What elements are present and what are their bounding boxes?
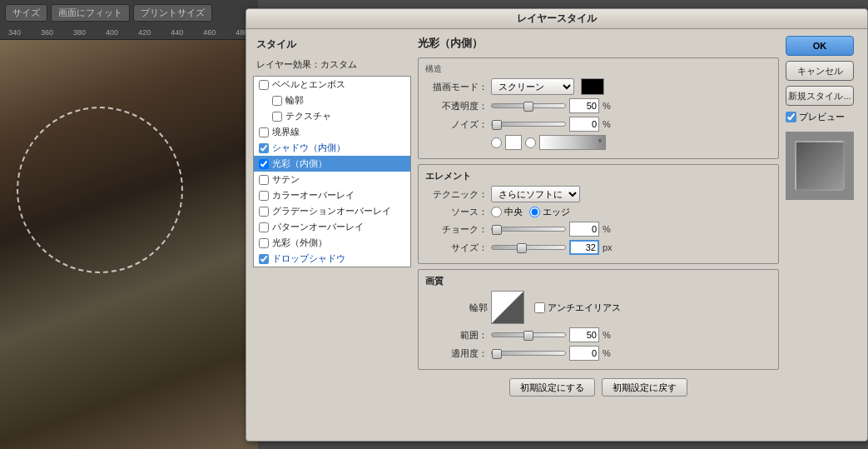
style-item-color-overlay[interactable]: カラーオーバーレイ [254, 187, 410, 203]
source-label: ソース： [425, 206, 488, 218]
restore-button[interactable]: 初期設定に戻す [602, 378, 687, 397]
outer-glow-checkbox[interactable] [259, 238, 269, 248]
style-item-contour[interactable]: 輪郭 [254, 92, 410, 108]
preview-box [786, 132, 854, 200]
drop-shadow-checkbox[interactable] [259, 254, 269, 264]
choke-slider[interactable] [491, 227, 566, 232]
jitter-label: 適用度： [425, 347, 488, 360]
jitter-slider[interactable] [491, 351, 566, 356]
source-radio-group: 中央 エッジ [491, 206, 570, 218]
anti-alias-group: アンチエイリアス [534, 302, 621, 314]
source-center-item[interactable]: 中央 [491, 206, 523, 218]
preview-checkbox[interactable] [786, 112, 796, 122]
opacity-row: 不透明度： % [425, 98, 771, 113]
bevel-checkbox[interactable] [259, 80, 269, 90]
style-item-bevel[interactable]: ベベルとエンボス [254, 77, 410, 92]
size-slider[interactable] [491, 245, 566, 250]
style-item-inner-shadow[interactable]: シャドウ（内側） [254, 140, 410, 156]
blend-mode-select[interactable]: スクリーン 通常 乗算 [491, 78, 574, 95]
opacity-thumb[interactable] [523, 102, 533, 112]
opacity-slider[interactable] [491, 103, 566, 108]
contour-row: 輪郭 アンチエイリアス [425, 291, 771, 324]
size-label: サイズ： [425, 242, 488, 254]
noise-slider[interactable] [491, 122, 566, 127]
elements-section: エレメント テクニック： さらにソフトに ソフト 精確 ソース： [418, 164, 779, 264]
technique-row: テクニック： さらにソフトに ソフト 精確 [425, 186, 771, 202]
noise-row: ノイズ： % [425, 117, 771, 132]
choke-input[interactable] [569, 222, 599, 237]
gradient-overlay-checkbox[interactable] [259, 207, 269, 217]
inner-glow-checkbox[interactable] [259, 159, 269, 169]
jitter-thumb[interactable] [492, 349, 502, 359]
source-center-radio[interactable] [491, 207, 502, 217]
ok-button[interactable]: OK [786, 36, 854, 56]
anti-alias-item[interactable]: アンチエイリアス [534, 302, 621, 314]
size-unit: px [603, 242, 613, 252]
stroke-checkbox[interactable] [259, 127, 269, 137]
preview-row: プレビュー [786, 111, 861, 123]
inner-shadow-checkbox[interactable] [259, 143, 269, 153]
style-item-stroke[interactable]: 境界線 [254, 124, 410, 140]
range-input[interactable] [569, 327, 599, 342]
ps-toolbar: サイズ 画面にフィット プリントサイズ [0, 0, 258, 25]
satin-checkbox[interactable] [259, 175, 269, 185]
bottom-buttons: 初期設定にする 初期設定に戻す [418, 378, 779, 397]
size-input[interactable] [569, 240, 599, 255]
new-style-button[interactable]: 新規スタイル... [786, 86, 854, 106]
noise-thumb[interactable] [492, 120, 502, 130]
jitter-input[interactable] [569, 346, 599, 361]
quality-title: 画質 [425, 275, 771, 287]
gradient-color-btn[interactable]: ▼ [539, 135, 606, 150]
main-section-title: 光彩（内側） [418, 36, 779, 51]
pattern-overlay-checkbox[interactable] [259, 222, 269, 232]
range-slider[interactable] [491, 332, 566, 337]
selection-circle [17, 107, 183, 273]
cancel-button[interactable]: キャンセル [786, 61, 854, 81]
reset-button[interactable]: 初期設定にする [509, 378, 595, 397]
color-radio-solid[interactable] [491, 137, 502, 148]
color-row: ▼ [425, 135, 771, 150]
color-overlay-checkbox[interactable] [259, 191, 269, 201]
dialog-body: スタイル レイヤー効果：カスタム ベベルとエンボス 輪郭 テクスチャ [246, 29, 867, 441]
structure-section: 構造 描画モード： スクリーン 通常 乗算 不透明度： [418, 57, 779, 159]
source-edge-item[interactable]: エッジ [529, 206, 570, 218]
range-label: 範囲： [425, 329, 488, 342]
style-item-drop-shadow[interactable]: ドロップシャドウ [254, 251, 410, 267]
layer-effect-label: レイヤー効果：カスタム [253, 57, 411, 72]
style-item-pattern-overlay[interactable]: パターンオーバーレイ [254, 219, 410, 235]
blend-mode-label: 描画モード： [425, 81, 488, 93]
color-radio-gradient[interactable] [525, 137, 536, 148]
style-item-outer-glow[interactable]: 光彩（外側） [254, 235, 410, 251]
settings-panel: 光彩（内側） 構造 描画モード： スクリーン 通常 乗算 不透明度： [418, 36, 779, 434]
style-item-inner-glow[interactable]: 光彩（内側） [254, 156, 410, 172]
fit-button[interactable]: 画面にフィット [51, 4, 130, 22]
size-thumb[interactable] [517, 243, 527, 253]
choke-thumb[interactable] [492, 225, 502, 235]
anti-alias-checkbox[interactable] [534, 302, 545, 313]
noise-input[interactable] [569, 117, 599, 132]
style-item-texture[interactable]: テクスチャ [254, 108, 410, 124]
range-unit: % [603, 330, 611, 340]
size-button[interactable]: サイズ [5, 4, 47, 22]
solid-color-swatch[interactable] [505, 135, 522, 150]
opacity-unit: % [603, 101, 611, 111]
style-item-satin[interactable]: サテン [254, 172, 410, 187]
blend-color-swatch[interactable] [581, 78, 604, 95]
print-button[interactable]: プリントサイズ [133, 4, 212, 22]
contour-sub-checkbox[interactable] [272, 96, 282, 106]
range-row: 範囲： % [425, 327, 771, 342]
jitter-unit: % [603, 348, 611, 358]
photoshop-background: サイズ 画面にフィット プリントサイズ 34036038040042044046… [0, 0, 258, 449]
source-edge-radio[interactable] [529, 207, 540, 217]
technique-label: テクニック： [425, 188, 488, 201]
style-item-gradient-overlay[interactable]: グラデーションオーバーレイ [254, 203, 410, 219]
texture-sub-checkbox[interactable] [272, 112, 282, 122]
styles-list: ベベルとエンボス 輪郭 テクスチャ 境界線 シャドウ（内側） [253, 76, 411, 267]
source-center-label: 中央 [504, 206, 523, 218]
contour-preview[interactable] [491, 291, 524, 324]
opacity-input[interactable] [569, 98, 599, 113]
technique-select[interactable]: さらにソフトに ソフト 精確 [491, 186, 580, 202]
ruler: 340360380400420440460480 [0, 25, 258, 40]
range-thumb[interactable] [523, 331, 533, 341]
size-row: サイズ： px [425, 240, 771, 255]
